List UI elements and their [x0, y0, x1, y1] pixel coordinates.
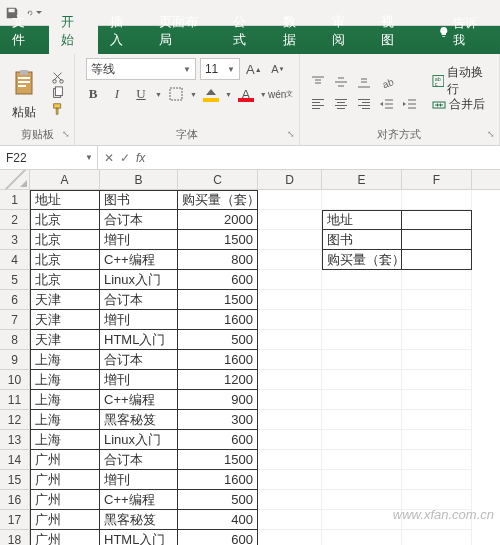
tab-page-layout[interactable]: 页面布局	[147, 8, 221, 54]
column-header[interactable]: D	[258, 170, 322, 189]
cell[interactable]	[322, 510, 402, 530]
increase-indent-icon[interactable]	[400, 95, 420, 113]
cell[interactable]	[402, 230, 472, 250]
italic-button[interactable]: I	[107, 84, 127, 104]
cell[interactable]	[258, 370, 322, 390]
cell[interactable]	[402, 450, 472, 470]
cell[interactable]	[258, 310, 322, 330]
cell[interactable]	[322, 310, 402, 330]
cell[interactable]	[322, 370, 402, 390]
align-middle-icon[interactable]	[331, 73, 351, 91]
cell[interactable]: 上海	[30, 370, 100, 390]
row-header[interactable]: 16	[0, 490, 30, 510]
align-top-icon[interactable]	[308, 73, 328, 91]
cell[interactable]	[402, 430, 472, 450]
cell[interactable]: 上海	[30, 410, 100, 430]
cell[interactable]: 天津	[30, 330, 100, 350]
cell[interactable]	[402, 530, 472, 545]
format-painter-icon[interactable]	[50, 102, 66, 116]
decrease-indent-icon[interactable]	[377, 95, 397, 113]
cell[interactable]: 300	[178, 410, 258, 430]
row-header[interactable]: 7	[0, 310, 30, 330]
cell[interactable]	[322, 430, 402, 450]
cell[interactable]: 增刊	[100, 370, 178, 390]
cell[interactable]	[322, 270, 402, 290]
cell[interactable]: 1500	[178, 290, 258, 310]
cell[interactable]	[258, 350, 322, 370]
cell[interactable]: 广州	[30, 470, 100, 490]
cell[interactable]: 北京	[30, 230, 100, 250]
cell[interactable]: Linux入门	[100, 270, 178, 290]
cell[interactable]: 合订本	[100, 350, 178, 370]
cell[interactable]: 黑客秘笈	[100, 510, 178, 530]
cell[interactable]: 600	[178, 430, 258, 450]
cancel-formula-icon[interactable]: ✕	[104, 151, 114, 165]
row-header[interactable]: 12	[0, 410, 30, 430]
row-header[interactable]: 14	[0, 450, 30, 470]
borders-button[interactable]	[166, 84, 186, 104]
cell[interactable]: 地址	[30, 190, 100, 210]
cell[interactable]: 增刊	[100, 470, 178, 490]
cell[interactable]	[258, 430, 322, 450]
insert-function-icon[interactable]: fx	[136, 151, 145, 165]
cell[interactable]: 广州	[30, 490, 100, 510]
cell[interactable]: 1500	[178, 230, 258, 250]
row-header[interactable]: 15	[0, 470, 30, 490]
cell[interactable]: 广州	[30, 530, 100, 545]
cell[interactable]: 500	[178, 330, 258, 350]
cell[interactable]: HTML入门	[100, 530, 178, 545]
cell[interactable]	[322, 490, 402, 510]
paste-button[interactable]	[8, 64, 40, 104]
cell[interactable]	[322, 330, 402, 350]
column-header[interactable]: A	[30, 170, 100, 189]
align-left-icon[interactable]	[308, 95, 328, 113]
row-header[interactable]: 18	[0, 530, 30, 545]
cell[interactable]	[258, 470, 322, 490]
dialog-launcher-icon[interactable]: ⤡	[62, 127, 70, 141]
row-header[interactable]: 6	[0, 290, 30, 310]
chevron-down-icon[interactable]: ▼	[225, 91, 232, 98]
chevron-down-icon[interactable]: ▼	[155, 91, 162, 98]
cell[interactable]: 广州	[30, 450, 100, 470]
cell[interactable]: 上海	[30, 430, 100, 450]
cell[interactable]: 天津	[30, 290, 100, 310]
worksheet-grid[interactable]: ABCDEF 1地址图书购买量（套）2北京合订本2000地址3北京增刊1500图…	[0, 170, 500, 545]
cell[interactable]: C++编程	[100, 490, 178, 510]
cell[interactable]	[402, 350, 472, 370]
cell[interactable]	[402, 270, 472, 290]
cell[interactable]	[402, 390, 472, 410]
cell[interactable]	[258, 410, 322, 430]
cell[interactable]: 900	[178, 390, 258, 410]
tab-review[interactable]: 审阅	[320, 8, 369, 54]
cell[interactable]	[402, 410, 472, 430]
orientation-icon[interactable]: ab	[377, 73, 397, 91]
tell-me[interactable]: 告诉我	[418, 10, 500, 54]
cell[interactable]	[402, 190, 472, 210]
cell[interactable]	[322, 530, 402, 545]
cell[interactable]: 800	[178, 250, 258, 270]
column-header[interactable]: B	[100, 170, 178, 189]
dialog-launcher-icon[interactable]: ⤡	[287, 127, 295, 141]
cell[interactable]	[402, 490, 472, 510]
phonetic-guide-icon[interactable]: wén文	[271, 84, 291, 104]
cell[interactable]: 黑客秘笈	[100, 410, 178, 430]
column-header[interactable]: C	[178, 170, 258, 189]
cell[interactable]	[322, 350, 402, 370]
enter-formula-icon[interactable]: ✓	[120, 151, 130, 165]
increase-font-icon[interactable]: A▲	[244, 59, 264, 79]
cell[interactable]: 北京	[30, 270, 100, 290]
copy-icon[interactable]	[50, 86, 66, 100]
cell[interactable]: 图书	[100, 190, 178, 210]
fill-color-button[interactable]	[201, 84, 221, 104]
row-header[interactable]: 11	[0, 390, 30, 410]
cell[interactable]: 合订本	[100, 210, 178, 230]
row-header[interactable]: 3	[0, 230, 30, 250]
cell[interactable]	[402, 210, 472, 230]
cell[interactable]: 增刊	[100, 310, 178, 330]
font-name-select[interactable]: 等线▼	[86, 58, 196, 80]
dialog-launcher-icon[interactable]: ⤡	[487, 127, 495, 141]
cell[interactable]	[258, 330, 322, 350]
cell[interactable]	[258, 390, 322, 410]
cell[interactable]	[322, 390, 402, 410]
cell[interactable]: 500	[178, 490, 258, 510]
